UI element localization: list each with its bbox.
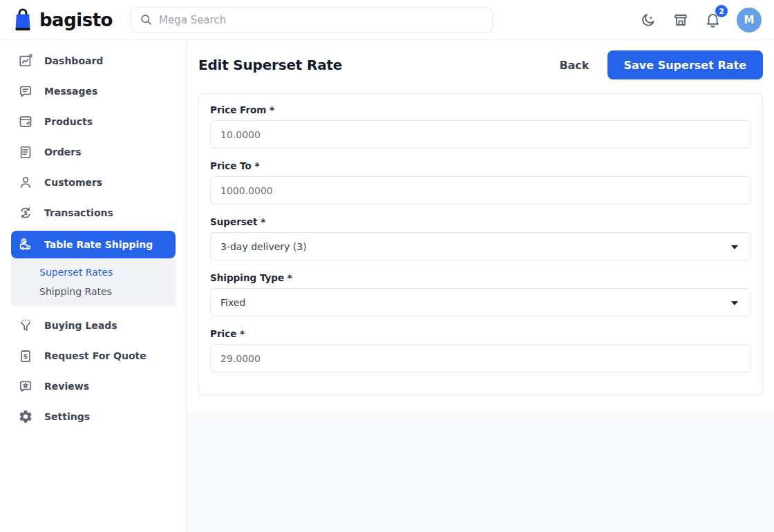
orders-icon — [18, 144, 33, 160]
header-actions: 2 M — [640, 8, 762, 32]
sidebar-item-settings[interactable]: Settings — [11, 403, 176, 430]
sidebar-item-request-for-quote[interactable]: $Request For Quote — [11, 342, 176, 370]
transactions-icon: $ — [18, 205, 33, 220]
messages-icon — [18, 84, 33, 99]
chevron-down-icon — [731, 245, 738, 249]
funnel-icon — [18, 318, 33, 333]
sidebar-item-label: Orders — [44, 146, 82, 158]
field-group-superset: Superset *3-day delivery (3) — [210, 216, 751, 260]
price-from-input[interactable] — [210, 120, 751, 149]
svg-text:$: $ — [23, 209, 28, 216]
sidebar-item-label: Request For Quote — [44, 350, 147, 361]
sidebar-item-label: Messages — [44, 86, 97, 97]
sidebar-item-reviews[interactable]: Reviews — [11, 372, 176, 400]
superset-rate-form-card: Price From *Price To *Superset *3-day de… — [198, 93, 763, 395]
sidebar-item-label: Settings — [44, 411, 90, 422]
products-icon — [18, 114, 33, 129]
sidebar-submenu: Superset RatesShipping Rates — [11, 258, 176, 307]
save-superset-rate-button[interactable]: Save Superset Rate — [607, 50, 764, 79]
svg-text:$: $ — [23, 352, 28, 360]
field-group-price-from: Price From * — [210, 104, 751, 149]
sidebar-item-label: Dashboard — [44, 55, 103, 66]
page-header: Edit Superset Rate Back Save Superset Ra… — [187, 40, 774, 93]
price-to-input[interactable] — [210, 176, 751, 205]
sidebar-item-label: Reviews — [44, 381, 89, 392]
search-icon — [140, 13, 153, 26]
price-input[interactable] — [210, 344, 751, 372]
sidebar-nav: DashboardMessagesProductsOrdersCustomers… — [11, 47, 176, 430]
content-background — [187, 412, 774, 532]
settings-icon — [18, 409, 33, 424]
dashboard-icon — [18, 53, 33, 68]
sidebar-item-label: Products — [44, 116, 93, 127]
reviews-icon — [18, 379, 33, 394]
submenu-item-superset-rates[interactable]: Superset Rates — [11, 263, 176, 282]
sidebar-item-messages[interactable]: Messages — [11, 77, 176, 105]
shipping-type-select[interactable]: Fixed — [210, 288, 751, 316]
sidebar-item-dashboard[interactable]: Dashboard — [11, 47, 176, 75]
moon-icon — [640, 11, 657, 28]
back-link[interactable]: Back — [559, 59, 589, 72]
field-group-shipping-type: Shipping Type *Fixed — [210, 272, 751, 316]
avatar[interactable]: M — [737, 8, 762, 32]
main-content: Edit Superset Rate Back Save Superset Ra… — [187, 40, 774, 532]
app-logo[interactable]: bagisto — [12, 8, 113, 32]
mega-search-box[interactable] — [131, 7, 493, 33]
sidebar-item-customers[interactable]: Customers — [11, 169, 176, 196]
superset-select[interactable]: 3-day delivery (3) — [210, 232, 751, 260]
sidebar-item-table-rate-shipping[interactable]: $Table Rate Shipping — [11, 231, 176, 258]
bagisto-bag-icon — [12, 8, 33, 32]
chevron-down-icon — [731, 301, 738, 305]
truck-icon: $ — [18, 237, 33, 252]
field-group-price-to: Price To * — [210, 160, 751, 205]
field-label-superset: Superset * — [210, 216, 751, 227]
submenu-item-shipping-rates[interactable]: Shipping Rates — [11, 282, 176, 301]
top-header: bagisto — [0, 0, 774, 40]
sidebar-item-label: Table Rate Shipping — [44, 239, 153, 250]
sidebar-item-label: Buying Leads — [44, 320, 117, 331]
search-input[interactable] — [159, 14, 484, 26]
svg-text:$: $ — [22, 238, 26, 244]
field-label-price: Price * — [210, 328, 751, 339]
page-title: Edit Superset Rate — [198, 57, 342, 73]
sidebar-item-products[interactable]: Products — [11, 108, 176, 135]
notifications-button[interactable]: 2 — [704, 11, 721, 28]
field-label-price-from: Price From * — [210, 104, 751, 115]
field-group-price: Price * — [210, 328, 751, 372]
logo-text: bagisto — [39, 10, 113, 30]
field-label-price-to: Price To * — [210, 160, 751, 171]
quote-icon: $ — [18, 348, 33, 363]
storefront-icon — [672, 12, 689, 28]
sidebar-item-label: Transactions — [44, 207, 113, 218]
customers-icon — [18, 175, 33, 190]
selected-value: Fixed — [220, 297, 245, 308]
field-label-shipping-type: Shipping Type * — [210, 272, 751, 283]
sidebar-item-buying-leads[interactable]: Buying Leads — [11, 312, 176, 339]
store-switcher[interactable] — [672, 12, 689, 28]
sidebar-item-label: Customers — [44, 177, 102, 188]
selected-value: 3-day delivery (3) — [220, 241, 307, 252]
sidebar-item-orders[interactable]: Orders — [11, 138, 176, 166]
sidebar: DashboardMessagesProductsOrdersCustomers… — [0, 40, 187, 532]
notification-badge: 2 — [715, 5, 728, 17]
dark-mode-toggle[interactable] — [640, 11, 657, 28]
content-area: Edit Superset Rate Back Save Superset Ra… — [187, 40, 774, 412]
sidebar-item-transactions[interactable]: $Transactions — [11, 199, 176, 227]
page-actions: Back Save Superset Rate — [559, 50, 763, 79]
